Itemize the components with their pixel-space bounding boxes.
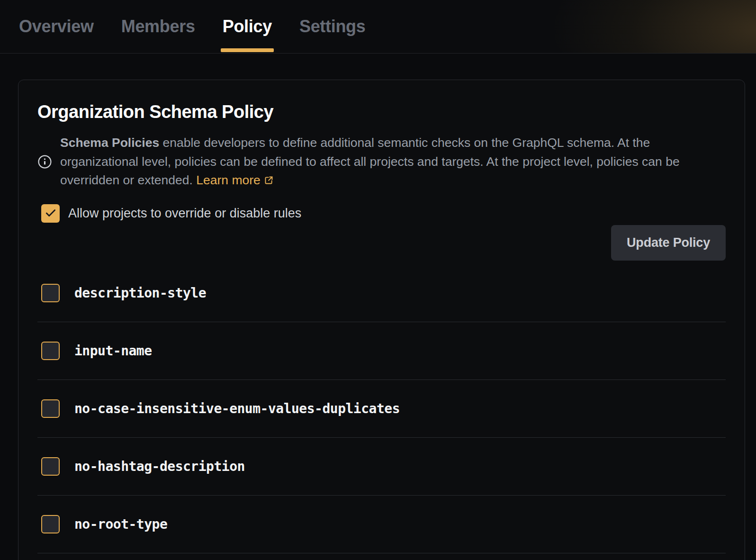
- rule-checkbox-no-hashtag-description[interactable]: [41, 457, 60, 476]
- allow-override-row: Allow projects to override or disable ru…: [37, 204, 726, 223]
- tab-overview[interactable]: Overview: [19, 0, 94, 53]
- rule-row: description-style: [37, 264, 726, 322]
- rule-row: no-hashtag-description: [37, 438, 726, 496]
- tab-policy[interactable]: Policy: [223, 0, 272, 53]
- active-tab-indicator: [221, 48, 274, 52]
- learn-more-link[interactable]: Learn more: [196, 173, 274, 187]
- rule-row: input-name: [37, 322, 726, 380]
- rule-name: no-case-insensitive-enum-values-duplicat…: [74, 401, 400, 416]
- rule-checkbox-no-root-type[interactable]: [41, 515, 60, 533]
- allow-override-label[interactable]: Allow projects to override or disable ru…: [68, 206, 301, 221]
- tab-policy-label: Policy: [223, 17, 272, 36]
- rule-checkbox-description-style[interactable]: [41, 284, 60, 302]
- learn-more-label: Learn more: [196, 173, 261, 187]
- policy-description: Schema Policies enable developers to def…: [37, 134, 726, 190]
- rule-name: description-style: [74, 285, 206, 301]
- rule-name: no-hashtag-description: [74, 459, 245, 474]
- rule-name: input-name: [74, 343, 152, 359]
- tab-settings[interactable]: Settings: [299, 0, 366, 53]
- allow-override-checkbox[interactable]: [41, 204, 60, 223]
- rule-name: no-root-type: [74, 516, 167, 532]
- info-icon: [37, 154, 52, 169]
- rule-checkbox-no-case-insensitive-enum-values-duplicates[interactable]: [41, 399, 60, 418]
- rule-row: no-case-insensitive-enum-values-duplicat…: [37, 380, 726, 438]
- checkmark-icon: [45, 207, 57, 219]
- tab-bar: Overview Members Policy Settings: [0, 0, 756, 54]
- tab-members[interactable]: Members: [121, 0, 195, 53]
- policy-description-text: Schema Policies enable developers to def…: [60, 134, 720, 190]
- description-lead: Schema Policies: [60, 135, 159, 150]
- rules-list: description-style input-name no-case-ins…: [37, 264, 726, 553]
- rule-row: no-root-type: [37, 496, 726, 553]
- rule-checkbox-input-name[interactable]: [41, 342, 60, 360]
- actions-row: Update Policy: [37, 225, 726, 261]
- policy-card: Organization Schema Policy Schema Polici…: [18, 80, 745, 560]
- external-link-icon: [264, 175, 274, 185]
- update-policy-button[interactable]: Update Policy: [611, 225, 726, 261]
- page-title: Organization Schema Policy: [37, 102, 726, 122]
